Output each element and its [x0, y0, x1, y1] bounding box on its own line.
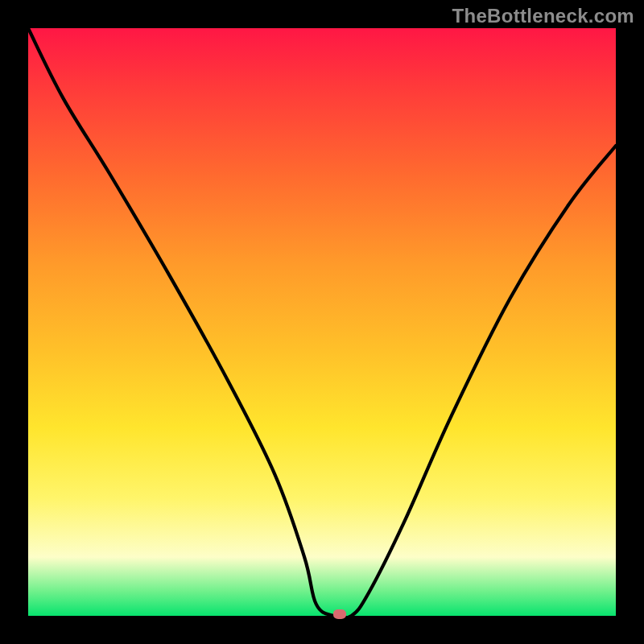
watermark-text: TheBottleneck.com — [452, 5, 634, 27]
minimum-marker — [333, 609, 346, 619]
bottleneck-curve — [28, 28, 616, 616]
plot-area — [28, 28, 616, 616]
chart-container: TheBottleneck.com — [0, 0, 644, 644]
